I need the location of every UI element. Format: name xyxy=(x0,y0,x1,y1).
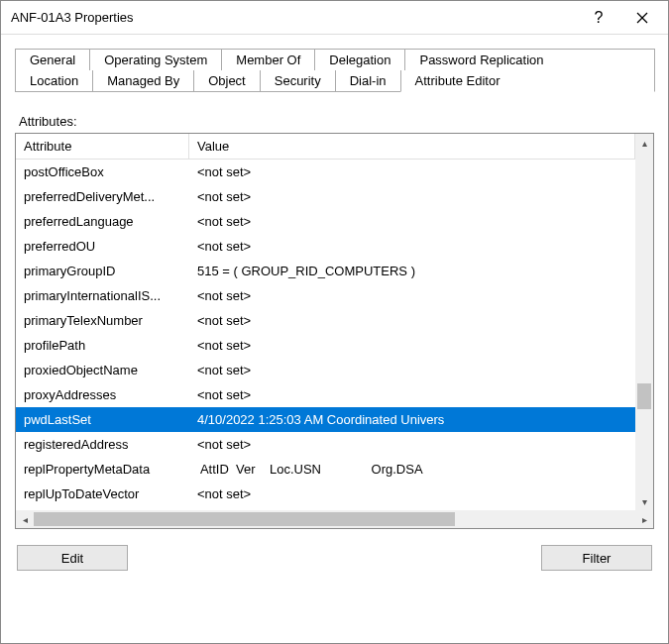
tab-label: Delegation xyxy=(329,53,390,67)
help-button[interactable]: ? xyxy=(577,3,620,33)
attribute-name-cell: primaryInternationalIS... xyxy=(16,288,189,303)
properties-dialog: ANF-01A3 Properties ? General Operating … xyxy=(0,0,669,644)
hscrollbar-track[interactable] xyxy=(34,510,635,528)
attribute-value-cell: <not set> xyxy=(189,338,635,353)
attribute-name-cell: proxyAddresses xyxy=(16,387,189,402)
listbox-rows: postOfficeBox<not set>preferredDeliveryM… xyxy=(16,160,635,506)
tab-managed-by[interactable]: Managed By xyxy=(92,70,194,91)
button-label: Edit xyxy=(61,551,83,566)
column-header-value[interactable]: Value xyxy=(189,134,635,159)
table-row[interactable]: registeredAddress<not set> xyxy=(16,432,635,457)
attributes-label: Attributes: xyxy=(19,114,654,129)
scroll-down-icon[interactable]: ▾ xyxy=(635,492,653,510)
close-button[interactable] xyxy=(620,3,664,33)
attribute-value-cell: <not set> xyxy=(189,214,635,229)
attribute-name-cell: preferredLanguage xyxy=(16,214,189,229)
table-row[interactable]: proxyAddresses<not set> xyxy=(16,382,635,407)
vertical-scrollbar[interactable]: ▴ ▾ xyxy=(635,134,653,510)
table-row[interactable]: primaryInternationalIS...<not set> xyxy=(16,283,635,308)
table-row[interactable]: preferredDeliveryMet...<not set> xyxy=(16,184,635,209)
attribute-name-cell: proxiedObjectName xyxy=(16,363,189,377)
attribute-name-cell: registeredAddress xyxy=(16,437,189,452)
attribute-name-cell: pwdLastSet xyxy=(16,412,189,427)
attribute-value-cell: 4/10/2022 1:25:03 AM Coordinated Univers xyxy=(189,412,635,427)
attribute-name-cell: replUpToDateVector xyxy=(16,486,189,501)
attribute-name-cell: replPropertyMetaData xyxy=(16,462,189,477)
table-row[interactable]: primaryTelexNumber<not set> xyxy=(16,308,635,333)
attribute-value-cell: 515 = ( GROUP_RID_COMPUTERS ) xyxy=(189,264,635,278)
scrollbar-thumb[interactable] xyxy=(637,383,651,409)
attribute-listbox: Attribute Value postOfficeBox<not set>pr… xyxy=(15,133,654,529)
table-row[interactable]: pwdLastSet4/10/2022 1:25:03 AM Coordinat… xyxy=(16,407,635,432)
table-row[interactable]: preferredOU<not set> xyxy=(16,234,635,259)
attribute-value-cell: <not set> xyxy=(189,313,635,328)
tab-label: Managed By xyxy=(107,73,179,88)
attribute-value-cell: <not set> xyxy=(189,239,635,254)
attribute-name-cell: profilePath xyxy=(16,338,189,353)
table-row[interactable]: replPropertyMetaData AttID Ver Loc.USN O… xyxy=(16,457,635,482)
listbox-columns: Attribute Value postOfficeBox<not set>pr… xyxy=(16,134,635,510)
tab-security[interactable]: Security xyxy=(260,70,336,91)
tab-row-2: Location Managed By Object Security Dial… xyxy=(15,70,654,91)
tab-label: Security xyxy=(275,73,321,88)
attribute-name-cell: preferredDeliveryMet... xyxy=(16,189,189,204)
listbox-body: Attribute Value postOfficeBox<not set>pr… xyxy=(16,134,653,510)
table-row[interactable]: profilePath<not set> xyxy=(16,333,635,358)
table-row[interactable]: postOfficeBox<not set> xyxy=(16,160,635,184)
table-row[interactable]: primaryGroupID515 = ( GROUP_RID_COMPUTER… xyxy=(16,259,635,283)
tab-row-1: General Operating System Member Of Deleg… xyxy=(15,49,654,70)
horizontal-scrollbar[interactable]: ◂ ▸ xyxy=(16,510,653,528)
attribute-name-cell: primaryTelexNumber xyxy=(16,313,189,328)
tab-password-replication[interactable]: Password Replication xyxy=(404,49,655,70)
tab-location[interactable]: Location xyxy=(15,70,93,91)
tab-delegation[interactable]: Delegation xyxy=(314,49,405,70)
tab-member-of[interactable]: Member Of xyxy=(221,49,315,70)
table-row[interactable]: preferredLanguage<not set> xyxy=(16,209,635,234)
attribute-value-cell: <not set> xyxy=(189,288,635,303)
attribute-name-cell: postOfficeBox xyxy=(16,164,189,179)
tab-label: Password Replication xyxy=(419,53,543,67)
attribute-value-cell: <not set> xyxy=(189,363,635,377)
tab-general[interactable]: General xyxy=(15,49,90,70)
tab-label: Member Of xyxy=(236,53,300,67)
table-row[interactable]: replUpToDateVector<not set> xyxy=(16,482,635,506)
tab-label: Location xyxy=(30,73,78,88)
tab-label: General xyxy=(30,53,75,67)
window-title: ANF-01A3 Properties xyxy=(11,10,577,25)
tab-container: General Operating System Member Of Deleg… xyxy=(15,49,654,92)
listbox-header: Attribute Value xyxy=(16,134,635,160)
tab-label: Operating System xyxy=(104,53,207,67)
filter-button[interactable]: Filter xyxy=(541,545,652,571)
column-header-label: Value xyxy=(197,139,229,154)
tab-label: Object xyxy=(208,73,246,88)
column-header-attribute[interactable]: Attribute xyxy=(16,134,189,159)
tab-label: Dial-in xyxy=(350,73,387,88)
scroll-left-icon[interactable]: ◂ xyxy=(16,514,34,525)
attribute-name-cell: preferredOU xyxy=(16,239,189,254)
tab-dial-in[interactable]: Dial-in xyxy=(335,70,401,91)
close-icon xyxy=(636,12,648,24)
titlebar: ANF-01A3 Properties ? xyxy=(1,1,668,35)
dialog-content: General Operating System Member Of Deleg… xyxy=(1,35,668,643)
button-label: Filter xyxy=(583,551,612,566)
edit-button[interactable]: Edit xyxy=(17,545,128,571)
scroll-up-icon[interactable]: ▴ xyxy=(635,134,653,152)
scroll-right-icon[interactable]: ▸ xyxy=(635,514,653,525)
hscrollbar-thumb[interactable] xyxy=(34,512,455,526)
scrollbar-track[interactable] xyxy=(635,152,653,492)
tab-label: Attribute Editor xyxy=(415,73,501,88)
tab-operating-system[interactable]: Operating System xyxy=(89,49,222,70)
attribute-name-cell: primaryGroupID xyxy=(16,264,189,278)
button-row: Edit Filter xyxy=(15,545,654,571)
attribute-value-cell: <not set> xyxy=(189,486,635,501)
attribute-value-cell: <not set> xyxy=(189,437,635,452)
tab-attribute-editor[interactable]: Attribute Editor xyxy=(400,70,655,92)
table-row[interactable]: proxiedObjectName<not set> xyxy=(16,358,635,382)
attribute-value-cell: <not set> xyxy=(189,164,635,179)
column-header-label: Attribute xyxy=(24,139,71,154)
attribute-value-cell: <not set> xyxy=(189,387,635,402)
attribute-value-cell: <not set> xyxy=(189,189,635,204)
tab-object[interactable]: Object xyxy=(193,70,261,91)
attribute-value-cell: AttID Ver Loc.USN Org.DSA xyxy=(189,462,635,477)
